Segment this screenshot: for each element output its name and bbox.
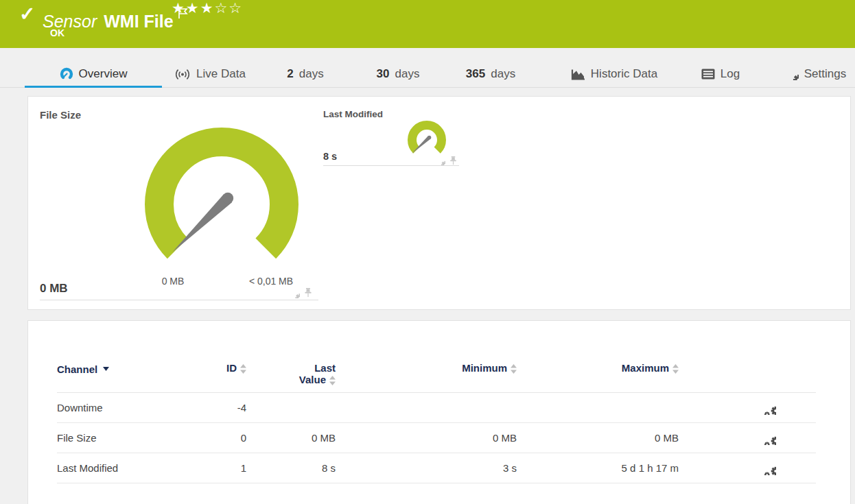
tab-historic-data[interactable]: Historic Data: [563, 60, 666, 87]
last-modified-gauge-title: Last Modified: [323, 109, 383, 119]
channel-last-value: 0 MB: [246, 432, 336, 444]
status-check-icon: ✓: [19, 3, 35, 25]
channel-id: 1: [208, 462, 246, 474]
last-modified-current-value: 8 s: [323, 151, 337, 162]
last-modified-divider: [323, 165, 459, 166]
file-size-current-value: 0 MB: [40, 282, 68, 296]
channel-table: Channel ID Last Value Minimum Maximum Do…: [57, 351, 816, 483]
prtg-sensor-page: ✓ SensorWMI File ★★★☆☆ OK Overview Live …: [0, 0, 855, 504]
channel-name: Downtime: [57, 402, 208, 413]
tab-live-data[interactable]: Live Data: [162, 60, 258, 87]
table-row: Last Modified 1 8 s 3 s 5 d 1 h 17 m: [57, 453, 816, 483]
tab-2-days[interactable]: 2 days: [271, 60, 340, 87]
sort-icon: [511, 362, 517, 374]
log-icon: [701, 67, 715, 81]
column-header-id[interactable]: ID: [208, 362, 246, 374]
channel-settings-gears-icon[interactable]: [760, 401, 776, 413]
sensor-header: ✓ SensorWMI File ★★★☆☆ OK: [0, 0, 855, 48]
channel-id: -4: [208, 402, 246, 413]
priority-stars[interactable]: ★★★☆☆: [172, 0, 243, 16]
file-size-scale-min: 0 MB: [140, 276, 206, 287]
file-size-gauge-title: File Size: [40, 109, 81, 121]
channel-minimum: 0 MB: [336, 432, 517, 444]
file-size-divider: [40, 300, 318, 300]
column-header-maximum[interactable]: Maximum: [517, 362, 679, 374]
column-header-channel[interactable]: Channel: [57, 362, 208, 375]
channel-settings-gears-icon[interactable]: [760, 431, 776, 443]
file-size-pin-icon[interactable]: [304, 287, 312, 299]
sort-icon: [672, 362, 679, 374]
channel-table-card: Channel ID Last Value Minimum Maximum Do…: [27, 320, 851, 504]
channel-maximum: 0 MB: [517, 432, 679, 444]
file-size-gauge: [143, 125, 301, 264]
channel-minimum: 3 s: [336, 462, 517, 474]
tab-overview[interactable]: Overview: [25, 60, 162, 87]
tab-settings[interactable]: Settings: [782, 60, 851, 87]
channel-id: 0: [208, 432, 246, 444]
sort-caret-down-icon: [103, 362, 109, 374]
channel-name: Last Modified: [57, 462, 208, 474]
channel-name: File Size: [57, 432, 208, 444]
tab-log[interactable]: Log: [690, 60, 751, 87]
tab-30-days[interactable]: 30 days: [360, 60, 436, 87]
table-header-row: Channel ID Last Value Minimum Maximum: [57, 351, 816, 393]
channel-maximum: 5 d 1 h 17 m: [517, 462, 679, 474]
tab-bar: Overview Live Data 2 days 30 days 365 da…: [0, 60, 855, 88]
table-row: Downtime -4: [57, 393, 816, 423]
live-data-icon: [174, 67, 191, 81]
column-header-last-value[interactable]: Last Value: [246, 362, 336, 385]
gauge-icon: [60, 67, 73, 81]
channel-settings-gears-icon[interactable]: [760, 461, 776, 473]
sort-icon: [240, 362, 246, 374]
channel-last-value: 8 s: [246, 462, 336, 474]
file-size-gear-icon[interactable]: [290, 287, 300, 299]
status-badge: OK: [50, 27, 65, 38]
overview-gauges-card: File Size 0 MB < 0,01 MB 0 MB Last Modif…: [27, 96, 851, 310]
active-tab-underline: [25, 86, 162, 88]
column-header-minimum[interactable]: Minimum: [336, 362, 517, 374]
tab-365-days[interactable]: 365 days: [449, 60, 532, 87]
page-title: WMI File: [104, 12, 173, 31]
historic-chart-icon: [571, 67, 585, 81]
sort-icon: [329, 374, 336, 385]
table-row: File Size 0 0 MB 0 MB 0 MB: [57, 423, 816, 453]
file-size-scale-max: < 0,01 MB: [238, 276, 304, 287]
settings-gear-icon: [787, 67, 799, 81]
